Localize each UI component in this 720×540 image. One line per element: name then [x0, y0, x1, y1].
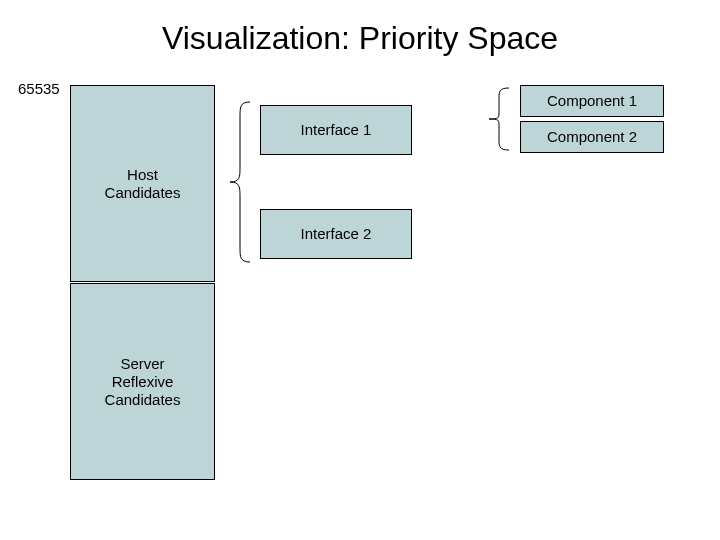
interface-1-box: Interface 1	[260, 105, 412, 155]
component-1-box: Component 1	[520, 85, 664, 117]
component-1-label: Component 1	[547, 92, 637, 110]
interface-1-label: Interface 1	[301, 121, 372, 139]
interface-2-box: Interface 2	[260, 209, 412, 259]
interface-2-label: Interface 2	[301, 225, 372, 243]
server-reflexive-label: Server Reflexive Candidates	[105, 355, 181, 409]
component-2-label: Component 2	[547, 128, 637, 146]
axis-max-label: 65535	[18, 80, 60, 97]
page-title: Visualization: Priority Space	[0, 20, 720, 57]
host-candidates-box: Host Candidates	[70, 85, 215, 282]
brace-interface-to-components	[465, 88, 517, 150]
brace-host-to-interfaces	[218, 102, 258, 262]
host-candidates-label: Host Candidates	[105, 166, 181, 202]
component-2-box: Component 2	[520, 121, 664, 153]
server-reflexive-box: Server Reflexive Candidates	[70, 283, 215, 480]
